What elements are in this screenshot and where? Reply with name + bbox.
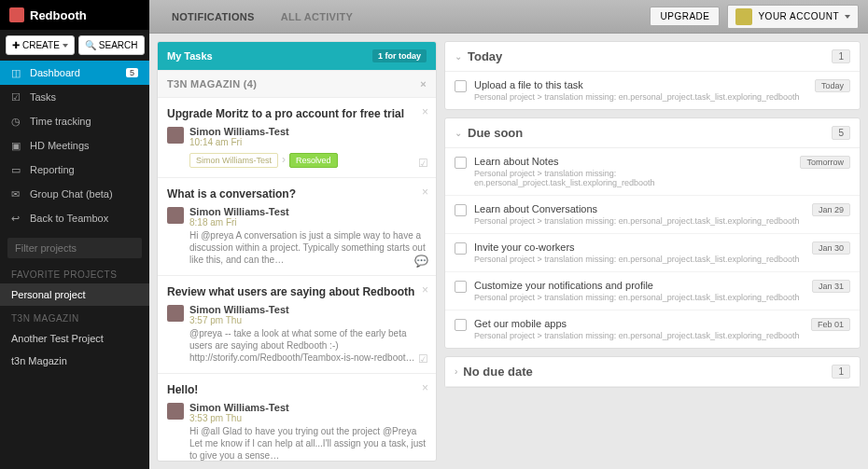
nav-tasks[interactable]: ☑ Tasks: [0, 85, 149, 109]
nav-reporting[interactable]: ▭ Reporting: [0, 158, 149, 182]
nav-label: Dashboard: [30, 67, 80, 78]
my-tasks-header[interactable]: My Tasks 1 for today: [158, 42, 436, 70]
chat-icon: ✉: [11, 188, 22, 200]
task-due-badge: Jan 29: [812, 203, 850, 216]
group-count: 1: [832, 365, 850, 379]
notification-item[interactable]: × Hello! Simon Williams-Test 3:53 pm Thu…: [158, 374, 436, 462]
favorite-projects-header: FAVORITE PROJECTS: [0, 262, 149, 283]
tasks-column: ⌄ Today 1 Upload a file to this task Per…: [444, 41, 861, 462]
avatar: [735, 8, 752, 25]
task-checkbox[interactable]: [455, 281, 467, 293]
project-group-header: T3N MAGAZIN: [0, 306, 149, 327]
chart-icon: ▭: [11, 164, 22, 175]
project-personal[interactable]: Personal project: [0, 283, 149, 306]
task-row[interactable]: Invite your co-workers Personal project …: [445, 234, 860, 272]
task-checkbox[interactable]: [455, 242, 467, 255]
back-icon: ↩: [11, 213, 22, 224]
task-checkbox[interactable]: [455, 204, 467, 216]
filter-projects-input[interactable]: Filter projects: [7, 238, 142, 258]
check-icon[interactable]: ☑: [418, 352, 428, 366]
task-row[interactable]: Customize your notifications and profile…: [445, 272, 860, 310]
nav-hd-meetings[interactable]: ▣ HD Meetings: [0, 133, 149, 158]
topbar: NOTIFICATIONS ALL ACTIVITY UPGRADE YOUR …: [149, 0, 868, 34]
notification-item[interactable]: × Review what users are saying about Red…: [158, 276, 436, 374]
notif-time: 8:18 am Fri: [189, 217, 427, 228]
chevron-right-icon: ›: [455, 366, 457, 377]
chevron-down-icon: [63, 44, 68, 48]
task-row[interactable]: Upload a file to this task Personal proj…: [445, 72, 860, 109]
check-icon[interactable]: ☑: [418, 157, 428, 170]
notification-item[interactable]: × Upgrade Moritz to a pro account for fr…: [158, 98, 436, 178]
close-icon[interactable]: ×: [422, 186, 428, 199]
notif-user: Simon Williams-Test: [189, 304, 427, 315]
task-due-badge: Jan 30: [812, 241, 850, 255]
task-title: Upload a file to this task: [474, 79, 807, 90]
task-group-due-soon: ⌄ Due soon 5 Learn about Notes Personal …: [444, 117, 861, 349]
notif-title: Hello!: [167, 383, 427, 396]
notif-user: Simon Williams-Test: [189, 402, 427, 413]
dashboard-icon: ◫: [11, 67, 22, 78]
close-icon[interactable]: ×: [422, 283, 428, 297]
notifications-column: My Tasks 1 for today T3N MAGAZIN (4) × ×…: [157, 41, 437, 462]
task-checkbox[interactable]: [455, 80, 467, 92]
account-label: YOUR ACCOUNT: [758, 11, 839, 21]
create-label: CREATE: [22, 40, 60, 50]
status-tag: Resolved: [289, 153, 338, 168]
task-checkbox[interactable]: [455, 319, 467, 331]
nav-label: Back to Teambox: [30, 213, 108, 224]
close-icon[interactable]: ×: [422, 381, 428, 394]
nav-time-tracking[interactable]: ◷ Time tracking: [0, 109, 149, 133]
clock-icon: ◷: [11, 116, 22, 127]
chat-icon[interactable]: 💬: [414, 255, 428, 268]
notif-user: Simon Williams-Test: [189, 126, 427, 137]
my-tasks-title: My Tasks: [167, 50, 213, 62]
task-subtitle: Personal project > translation missing: …: [474, 216, 805, 226]
logo[interactable]: Redbooth: [0, 0, 149, 30]
main: NOTIFICATIONS ALL ACTIVITY UPGRADE YOUR …: [149, 0, 868, 469]
nav-label: Reporting: [30, 164, 75, 175]
task-row[interactable]: Learn about Conversations Personal proje…: [445, 196, 860, 234]
notif-time: 10:14 am Fri: [189, 137, 427, 147]
tab-notifications[interactable]: NOTIFICATIONS: [159, 0, 268, 34]
group-header[interactable]: ⌄ Due soon 5: [445, 118, 860, 148]
user-tag: Simon Williams-Test: [189, 153, 278, 168]
group-count: 5: [832, 126, 850, 140]
notif-user: Simon Williams-Test: [189, 206, 427, 217]
task-row[interactable]: Learn about Notes Personal project > tra…: [445, 148, 860, 196]
search-label: SEARCH: [99, 40, 138, 50]
content: My Tasks 1 for today T3N MAGAZIN (4) × ×…: [149, 34, 868, 469]
close-icon[interactable]: ×: [420, 78, 427, 90]
nav-dashboard[interactable]: ◫ Dashboard 5: [0, 61, 149, 85]
search-button[interactable]: 🔍 SEARCH: [78, 35, 145, 55]
task-due-badge: Tomorrow: [800, 156, 850, 169]
notif-time: 3:57 pm Thu: [189, 315, 427, 325]
chevron-down-icon: ⌄: [455, 51, 462, 62]
notification-item[interactable]: × What is a conversation? Simon Williams…: [158, 178, 436, 276]
group-header[interactable]: › No due date 1: [445, 357, 860, 387]
project-another-test[interactable]: Another Test Project: [0, 327, 149, 350]
notif-body: Hi @all Glad to have you trying out the …: [189, 425, 427, 462]
avatar: [167, 305, 184, 322]
notif-section-header[interactable]: T3N MAGAZIN (4) ×: [158, 70, 436, 98]
group-title: No due date: [463, 365, 532, 379]
account-button[interactable]: YOUR ACCOUNT: [727, 5, 859, 29]
project-t3n-magazin[interactable]: t3n Magazin: [0, 350, 149, 372]
create-button[interactable]: ✚ CREATE: [6, 35, 75, 55]
task-row[interactable]: Get our mobile apps Personal project > t…: [445, 310, 860, 348]
notif-body: @preya -- take a look at what some of th…: [189, 327, 427, 364]
task-title: Learn about Conversations: [474, 203, 805, 214]
group-title: Today: [468, 49, 502, 63]
nav-back-teambox[interactable]: ↩ Back to Teambox: [0, 206, 149, 230]
group-header[interactable]: ⌄ Today 1: [445, 42, 860, 72]
task-checkbox[interactable]: [455, 157, 467, 169]
upgrade-button[interactable]: UPGRADE: [650, 7, 720, 26]
nav-group-chat[interactable]: ✉ Group Chat (beta): [0, 182, 149, 206]
nav-label: HD Meetings: [30, 140, 90, 151]
close-icon[interactable]: ×: [422, 105, 428, 118]
task-subtitle: Personal project > translation missing: …: [474, 331, 804, 340]
avatar: [167, 207, 184, 224]
avatar: [167, 403, 184, 420]
tab-all-activity[interactable]: ALL ACTIVITY: [268, 0, 367, 34]
task-due-badge: Jan 31: [812, 280, 850, 293]
search-icon: 🔍: [85, 40, 96, 50]
